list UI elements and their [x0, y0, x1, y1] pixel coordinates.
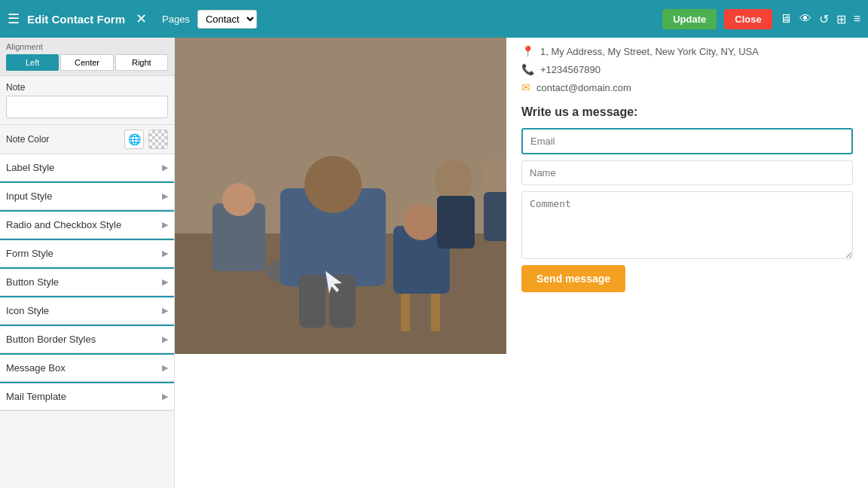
- label-style-item[interactable]: Label Style ▶: [0, 154, 174, 181]
- top-header: ☰ Edit Contact Form ✕ Pages Contact Home…: [0, 0, 868, 38]
- message-box-arrow: ▶: [162, 363, 168, 373]
- history-icon[interactable]: ↺: [819, 12, 829, 26]
- sitemap-icon[interactable]: ⊞: [836, 12, 846, 26]
- phone-row: 📞 +1234567890: [521, 63, 853, 75]
- address-row: 📍 1, My Address, My Street, New York Cit…: [521, 45, 853, 57]
- color-globe-button[interactable]: 🌐: [124, 130, 144, 149]
- write-message-title: Write us a message:: [521, 105, 853, 119]
- note-section: Note: [0, 76, 174, 125]
- email-icon: ✉: [521, 81, 530, 93]
- mail-template-item[interactable]: Mail Template ▶: [0, 383, 174, 410]
- icon-style-arrow: ▶: [162, 306, 168, 316]
- svg-point-13: [304, 156, 362, 213]
- comment-textarea[interactable]: [521, 191, 853, 259]
- contact-form: Send message: [521, 128, 853, 292]
- close-button[interactable]: Close: [724, 9, 772, 29]
- svg-rect-14: [299, 275, 326, 328]
- message-box-item[interactable]: Message Box ▶: [0, 355, 174, 382]
- preview-area: 📍 1, My Address, My Street, New York Cit…: [175, 38, 868, 488]
- button-style-arrow: ▶: [162, 277, 168, 287]
- svg-rect-24: [437, 196, 475, 249]
- name-input[interactable]: [521, 160, 853, 185]
- radio-style-arrow: ▶: [162, 220, 168, 230]
- email-text: contact@domain.com: [536, 82, 631, 93]
- pages-select[interactable]: Contact Home About: [197, 10, 257, 29]
- alignment-section: Alignment Left Center Right: [0, 38, 174, 76]
- icon-style-item[interactable]: Icon Style ▶: [0, 297, 174, 325]
- phone-text: +1234567890: [540, 64, 601, 75]
- contact-info: 📍 1, My Address, My Street, New York Cit…: [521, 45, 853, 93]
- menu-icon[interactable]: ≡: [854, 12, 860, 26]
- mail-template-arrow: ▶: [162, 392, 168, 401]
- note-input[interactable]: [6, 96, 168, 118]
- svg-point-17: [222, 183, 255, 216]
- color-checker-button[interactable]: [148, 130, 168, 149]
- svg-rect-26: [484, 192, 506, 241]
- svg-point-23: [435, 160, 472, 202]
- email-input[interactable]: [521, 128, 853, 154]
- campfire-svg: [175, 38, 506, 354]
- svg-point-22: [403, 204, 439, 240]
- align-right-button[interactable]: Right: [115, 54, 168, 71]
- align-center-button[interactable]: Center: [60, 54, 113, 71]
- header-icons: 🖥 👁 ↺ ⊞ ≡: [780, 12, 860, 26]
- hamburger-icon[interactable]: ☰: [8, 11, 20, 27]
- update-button[interactable]: Update: [662, 9, 717, 29]
- left-panel: Alignment Left Center Right Note Note Co…: [0, 38, 175, 488]
- close-x-icon[interactable]: ✕: [136, 11, 147, 27]
- menu-section: Label Style ▶ Input Style ▶ Radio and Ch…: [0, 154, 174, 411]
- contact-section: 📍 1, My Address, My Street, New York Cit…: [506, 38, 868, 354]
- note-color-label: Note Color: [6, 134, 120, 145]
- radio-checkbox-style-item[interactable]: Radio and Checkbox Style ▶: [0, 212, 174, 239]
- pages-label: Pages: [162, 14, 190, 25]
- note-color-section: Note Color 🌐: [0, 125, 174, 154]
- email-row: ✉ contact@domain.com: [521, 81, 853, 93]
- button-border-styles-arrow: ▶: [162, 334, 168, 344]
- header-title: Edit Contact Form: [27, 13, 125, 26]
- eye-icon[interactable]: 👁: [799, 12, 811, 26]
- button-border-styles-item[interactable]: Button Border Styles ▶: [0, 326, 174, 353]
- desktop-icon[interactable]: 🖥: [780, 12, 792, 26]
- align-left-button[interactable]: Left: [6, 54, 59, 71]
- alignment-buttons: Left Center Right: [6, 54, 168, 71]
- alignment-label: Alignment: [6, 42, 168, 51]
- address-text: 1, My Address, My Street, New York City,…: [540, 46, 759, 57]
- preview-content: 📍 1, My Address, My Street, New York Cit…: [175, 38, 868, 354]
- input-style-arrow: ▶: [162, 191, 168, 201]
- input-style-item[interactable]: Input Style ▶: [0, 183, 174, 210]
- form-style-arrow: ▶: [162, 249, 168, 258]
- form-style-item[interactable]: Form Style ▶: [0, 240, 174, 267]
- button-style-item[interactable]: Button Style ▶: [0, 269, 174, 296]
- preview-image: [175, 38, 506, 354]
- campfire-image: [175, 38, 506, 354]
- main-layout: Alignment Left Center Right Note Note Co…: [0, 38, 868, 488]
- phone-icon: 📞: [521, 63, 534, 75]
- note-label: Note: [6, 82, 168, 93]
- label-style-arrow: ▶: [162, 163, 168, 172]
- send-button[interactable]: Send message: [521, 265, 625, 292]
- location-icon: 📍: [521, 45, 534, 57]
